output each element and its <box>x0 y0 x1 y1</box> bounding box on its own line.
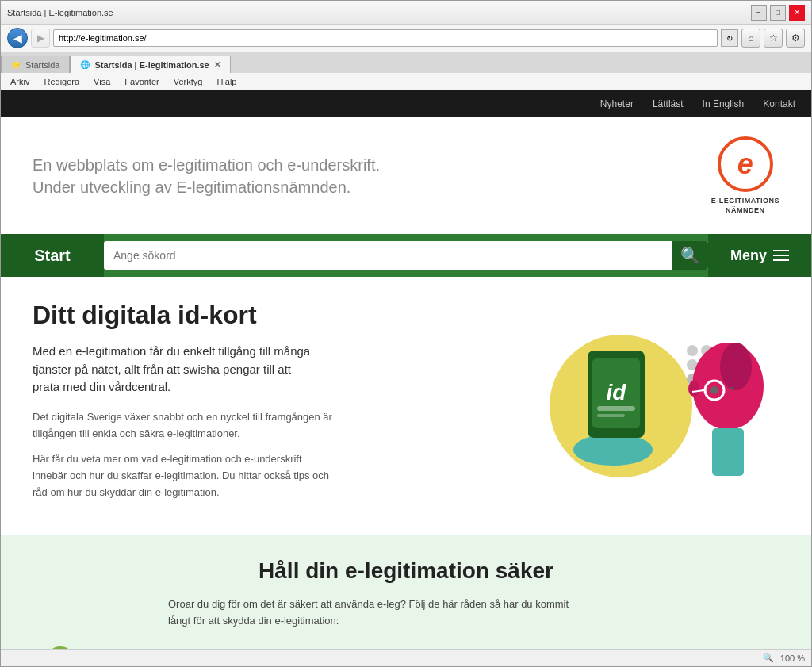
site-header: En webbplats om e-legitimation och e-und… <box>1 117 811 234</box>
menu-button[interactable]: Meny <box>708 234 811 277</box>
main-body1: Det digitala Sverige växer snabbt och en… <box>33 409 494 443</box>
hamburger-icon <box>773 250 789 261</box>
close-button[interactable]: ✕ <box>789 5 805 21</box>
favorites-button[interactable]: ☆ <box>764 29 783 48</box>
start-button[interactable]: Start <box>1 234 104 277</box>
content-right: id <box>510 301 779 510</box>
svg-point-23 <box>710 386 718 394</box>
site-content: Nyheter Lättläst In English Kontakt En w… <box>1 90 811 649</box>
bottom-text: Oroar du dig för om det är säkert att an… <box>168 596 644 630</box>
nav-in-english[interactable]: In English <box>703 98 745 109</box>
logo-circle: e <box>718 136 773 192</box>
search-bar: Start 🔍 Meny <box>1 234 811 277</box>
header-tagline: En webbplats om e-legitimation och e-und… <box>33 154 380 198</box>
zoom-value: 100 % <box>780 654 805 663</box>
tabs-row: ⭐ Startsida 🌐 Startsida | E-legitimation… <box>1 52 811 73</box>
svg-rect-10 <box>597 414 625 417</box>
window-controls: − □ ✕ <box>751 5 805 21</box>
svg-rect-28 <box>730 387 734 389</box>
nav-nyheter[interactable]: Nyheter <box>600 98 634 109</box>
forward-button[interactable]: ▶ <box>31 29 50 48</box>
menu-label: Meny <box>730 247 767 264</box>
svg-rect-21 <box>712 428 744 476</box>
search-input-wrapper: 🔍 <box>104 241 708 270</box>
maximize-button[interactable]: □ <box>770 5 786 21</box>
browser-window: Startsida | E-legitimation.se − □ ✕ ◀ ▶ … <box>0 0 812 667</box>
menu-verktyg[interactable]: Verktyg <box>167 75 209 88</box>
logo-text-line1: E-LEGITIMATIONS <box>711 197 779 206</box>
start-label: Start <box>34 247 71 265</box>
search-icon: 🔍 <box>680 246 700 265</box>
tab-active[interactable]: 🌐 Startsida | E-legitimation.se ✕ <box>70 56 230 73</box>
svg-point-26 <box>688 381 699 397</box>
svg-text:id: id <box>607 380 627 404</box>
tab-inactive-label: Startsida <box>25 60 59 70</box>
search-button[interactable]: 🔍 <box>672 241 708 270</box>
bottom-heading: Håll din e-legitimation säker <box>33 558 779 584</box>
tab-close-button[interactable]: ✕ <box>214 60 220 69</box>
address-bar[interactable] <box>53 29 718 47</box>
nav-row: ◀ ▶ ↻ ⌂ ☆ ⚙ <box>7 28 805 48</box>
menu-arkiv[interactable]: Arkiv <box>4 75 36 88</box>
menu-favoriter[interactable]: Favoriter <box>118 75 165 88</box>
title-bar: Startsida | E-legitimation.se − □ ✕ <box>1 1 811 25</box>
content-left: Ditt digitala id-kort Med en e-legitimat… <box>33 301 494 510</box>
tab-active-label: Startsida | E-legitimation.se <box>94 60 209 70</box>
main-intro: Med en e-legitimation får du enkelt till… <box>33 343 494 397</box>
nav-kontakt[interactable]: Kontakt <box>763 98 795 109</box>
main-content: Ditt digitala id-kort Med en e-legitimat… <box>1 277 811 534</box>
main-body2: Här får du veta mer om vad e-legitimatio… <box>33 451 494 500</box>
svg-point-11 <box>687 345 698 356</box>
browser-toolbar: ◀ ▶ ↻ ⌂ ☆ ⚙ <box>1 25 811 52</box>
minimize-button[interactable]: − <box>751 5 767 21</box>
menu-redigera[interactable]: Redigera <box>37 75 86 88</box>
tab-inactive[interactable]: ⭐ Startsida <box>1 56 70 73</box>
browser-content: Nyheter Lättläst In English Kontakt En w… <box>1 90 811 649</box>
menu-visa[interactable]: Visa <box>87 75 117 88</box>
settings-button[interactable]: ⚙ <box>786 29 805 48</box>
search-input[interactable] <box>104 249 672 262</box>
menu-hjälp[interactable]: Hjälp <box>210 75 243 88</box>
window-title: Startsida | E-legitimation.se <box>7 8 113 17</box>
tagline-line2: Under utveckling av E-legitimationsnämnd… <box>33 176 380 198</box>
logo-text-line2: NÄMNDEN <box>711 206 779 216</box>
zoom-level: 🔍 <box>763 653 774 663</box>
logo-letter: e <box>737 148 753 181</box>
tagline-line1: En webbplats om e-legitimation och e-und… <box>33 154 380 176</box>
tab-active-favicon: 🌐 <box>80 60 90 69</box>
svg-point-25 <box>720 343 752 390</box>
main-heading: Ditt digitala id-kort <box>33 301 494 330</box>
hero-illustration: id <box>518 311 772 501</box>
bottom-section: Håll din e-legitimation säker Oroar du d… <box>1 535 811 649</box>
logo-area: e E-LEGITIMATIONS NÄMNDEN <box>711 136 779 215</box>
tab-inactive-favicon: ⭐ <box>11 60 21 69</box>
nav-lattlast[interactable]: Lättläst <box>653 98 684 109</box>
status-bar: 🔍 100 % <box>1 649 811 666</box>
refresh-button[interactable]: ↻ <box>721 29 738 47</box>
home-button[interactable]: ⌂ <box>741 29 760 48</box>
logo-text: E-LEGITIMATIONS NÄMNDEN <box>711 197 779 215</box>
menu-bar: Arkiv Redigera Visa Favoriter Verktyg Hj… <box>1 73 811 90</box>
site-top-nav: Nyheter Lättläst In English Kontakt <box>1 90 811 117</box>
back-button[interactable]: ◀ <box>7 28 28 48</box>
svg-rect-9 <box>597 406 635 411</box>
